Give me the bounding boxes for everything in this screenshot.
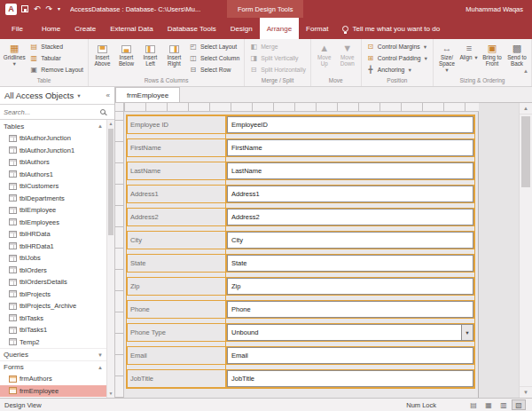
nav-item-Temp2[interactable]: Temp2 [0, 336, 106, 349]
tab-external-data[interactable]: External Data [103, 18, 160, 39]
form-view-button[interactable]: ▤ [466, 399, 481, 410]
redo-icon[interactable]: ↷ [46, 5, 53, 13]
size-space-button[interactable]: ↔ Size/ Space ▼ [435, 41, 458, 75]
gridlines-button[interactable]: ▦ Gridlines ▼ [2, 41, 27, 68]
field-textbox[interactable]: LastName [226, 162, 474, 180]
bring-to-front-button[interactable]: ▣ Bring to Front [480, 41, 505, 67]
shutter-bar-close-icon[interactable]: « [106, 91, 110, 99]
field-textbox[interactable]: Address1 [226, 185, 474, 203]
form-detail-grid[interactable]: Employee ID EmployeeID FirstName FirstNa… [124, 112, 479, 398]
split-vertically-button[interactable]: ◨ Split Vertically [246, 52, 309, 64]
insert-above-button[interactable]: ▀ Insert Above [90, 41, 114, 67]
nav-item-tblEmployees[interactable]: tblEmployees [0, 217, 106, 229]
field-textbox[interactable]: JobTitle [226, 369, 474, 388]
field-textbox[interactable]: City [226, 231, 474, 249]
insert-right-button[interactable]: ▐ Insert Right [162, 41, 186, 67]
remove-layout-button[interactable]: ▣ Remove Layout [27, 64, 86, 75]
stacked-button[interactable]: ▤ Stacked [27, 41, 86, 52]
search-icon[interactable] [100, 109, 106, 115]
combo-dropdown-icon[interactable]: ▼ [461, 325, 473, 340]
field-label-cell[interactable]: Address2 [127, 208, 226, 226]
nav-item-tblCustomers[interactable]: tblCustomers [0, 180, 106, 193]
nav-item-tblAuthors[interactable]: tblAuthors [0, 156, 106, 169]
field-label-cell[interactable]: Employee ID [127, 115, 226, 134]
scroll-down-icon[interactable]: ▼ [520, 386, 532, 398]
insert-below-button[interactable]: ▄ Insert Below [114, 41, 138, 67]
field-label-cell[interactable]: FirstName [127, 138, 226, 157]
tab-format[interactable]: Format [299, 18, 335, 39]
field-label-cell[interactable]: State [127, 254, 226, 273]
nav-menu-arrow-icon[interactable]: ▼ [76, 93, 81, 99]
nav-item-tblTasks1[interactable]: tblTasks1 [0, 324, 106, 336]
tab-arrange[interactable]: Arrange [260, 18, 299, 39]
field-label-cell[interactable]: LastName [127, 162, 226, 180]
scrollbar-thumb[interactable] [521, 116, 530, 187]
nav-item-tblProjects[interactable]: tblProjects [0, 288, 106, 301]
tab-create[interactable]: Create [67, 18, 103, 39]
nav-item-tblHRData[interactable]: tblHRData [0, 228, 106, 241]
tab-frmEmployee[interactable]: frmEmployee [115, 87, 180, 102]
nav-item-frmEmployee[interactable]: frmEmployee [0, 385, 106, 398]
nav-item-tblTasks[interactable]: tblTasks [0, 312, 106, 325]
horizontal-ruler[interactable] [124, 103, 479, 112]
collapse-ribbon-button[interactable]: ▲ [523, 68, 528, 74]
vertical-ruler[interactable] [115, 112, 124, 398]
scroll-down-icon[interactable]: ▼ [107, 390, 114, 398]
field-label-cell[interactable]: City [127, 231, 226, 249]
control-margins-button[interactable]: ⊡ Control Margins ▼ [364, 41, 431, 52]
nav-item-frmAuthors[interactable]: frmAuthors [0, 373, 106, 385]
move-down-button[interactable]: ▼ Move Down [336, 41, 359, 67]
field-textbox[interactable]: EmployeeID [226, 115, 474, 134]
field-textbox[interactable]: Phone [226, 300, 474, 319]
undo-icon[interactable]: ↶ [34, 5, 41, 13]
nav-item-tblOrdersDetails[interactable]: tblOrdersDetails [0, 276, 106, 288]
field-label-cell[interactable]: Zip [127, 277, 226, 296]
tab-database-tools[interactable]: Database Tools [160, 18, 223, 39]
access-app-icon[interactable]: A [5, 4, 17, 15]
scroll-up-icon[interactable]: ▲ [107, 120, 114, 128]
tabular-button[interactable]: ▥ Tabular [27, 52, 86, 64]
field-label-cell[interactable]: Email [127, 346, 226, 365]
field-textbox[interactable]: Email [226, 346, 474, 365]
layout-view-button[interactable]: ▥ [497, 399, 511, 410]
nav-item-tblAuthorJunction[interactable]: tblAuthorJunction [0, 132, 106, 145]
move-up-button[interactable]: ▲ Move Up [313, 41, 336, 67]
scroll-up-icon[interactable]: ▲ [520, 103, 532, 115]
form-stacked-layout[interactable]: Employee ID EmployeeID FirstName FirstNa… [126, 115, 475, 389]
field-textbox[interactable]: Zip [226, 277, 474, 296]
nav-section-forms[interactable]: Forms ▲ [0, 360, 106, 373]
select-row-button[interactable]: ⊟ Select Row [186, 64, 242, 75]
design-vertical-scrollbar[interactable]: ▲ ▼ [519, 103, 532, 398]
control-padding-button[interactable]: ⊞ Control Padding ▼ [364, 52, 431, 64]
field-textbox[interactable]: State [226, 254, 474, 273]
nav-item-tblProjects_Archive[interactable]: tblProjects_Archive [0, 300, 106, 312]
design-view-button[interactable]: ▧ [512, 399, 526, 410]
nav-item-tblHRData1[interactable]: tblHRData1 [0, 241, 106, 253]
insert-left-button[interactable]: ▌ Insert Left [138, 41, 162, 67]
scrollbar-thumb[interactable] [108, 129, 113, 235]
datasheet-view-button[interactable]: ▦ [481, 399, 496, 410]
field-label-cell[interactable]: Phone [127, 300, 226, 319]
merge-button[interactable]: ◧ Merge [246, 41, 309, 52]
save-icon[interactable] [21, 5, 28, 12]
nav-item-tblOrders[interactable]: tblOrders [0, 265, 106, 277]
qat-customize-icon[interactable]: ▾ [58, 6, 60, 12]
select-column-button[interactable]: ◫ Select Column [186, 52, 242, 64]
tab-file[interactable]: File [0, 18, 35, 39]
nav-section-queries[interactable]: Queries ▼ [0, 348, 106, 360]
tab-home[interactable]: Home [35, 18, 67, 39]
nav-item-tblEmployee[interactable]: tblEmployee [0, 204, 106, 217]
align-button[interactable]: ≡ Align ▼ [458, 41, 480, 61]
field-textbox[interactable]: FirstName [226, 138, 474, 157]
field-label-cell[interactable]: Address1 [127, 185, 226, 203]
search-input[interactable] [4, 108, 100, 116]
tell-me-box[interactable]: Tell me what you want to do [342, 18, 440, 39]
field-label-cell[interactable]: JobTitle [127, 369, 226, 388]
field-label-cell[interactable]: Phone Type [127, 323, 226, 342]
field-combobox[interactable]: Unbound ▼ [226, 323, 474, 342]
nav-scrollbar[interactable]: ▲ ▼ [106, 120, 114, 398]
nav-item-tblAuthors1[interactable]: tblAuthors1 [0, 169, 106, 181]
account-user-name[interactable]: Muhammad Waqas [466, 0, 523, 18]
anchoring-button[interactable]: ╋ Anchoring ▼ [364, 64, 431, 75]
send-to-back-button[interactable]: ▩ Send to Back [505, 41, 529, 67]
